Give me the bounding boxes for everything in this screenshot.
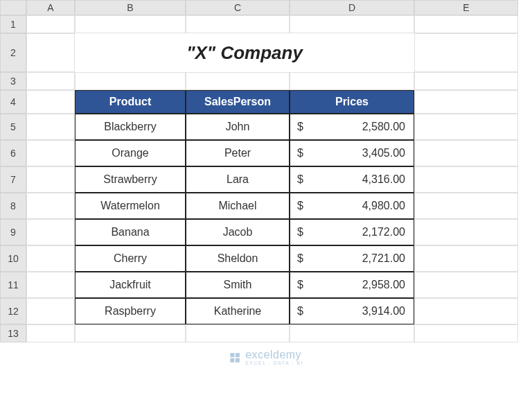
price-cell[interactable]: $2,958.00 [290,272,414,298]
cell[interactable] [26,140,75,166]
row-header-3[interactable]: 3 [0,72,26,90]
cell[interactable] [26,166,75,193]
price-value: 4,316.00 [362,173,405,186]
currency-symbol: $ [297,252,303,265]
spreadsheet-grid: A B C D E 1 2 3 4 5 6 7 8 9 10 11 12 13 … [0,0,532,342]
cell[interactable] [414,245,518,272]
cell[interactable] [26,272,75,298]
product-cell[interactable]: Strawberry [75,166,186,193]
price-value: 3,914.00 [362,305,405,318]
col-header-b[interactable]: B [75,0,186,15]
watermark: exceldemy EXCEL · DATA · BI [229,349,303,365]
currency-symbol: $ [297,147,303,159]
row-header-1[interactable]: 1 [0,15,26,33]
cell[interactable] [290,15,414,33]
price-cell[interactable]: $3,914.00 [290,298,414,324]
cell[interactable] [26,193,75,219]
cell[interactable] [186,15,290,33]
cell[interactable] [414,298,518,324]
header-salesperson[interactable]: SalesPerson [186,90,290,114]
cell[interactable] [26,324,75,342]
cell[interactable] [414,140,518,166]
row-header-7[interactable]: 7 [0,166,26,193]
cell[interactable] [26,114,75,140]
product-cell[interactable]: Watermelon [75,193,186,219]
cell[interactable] [414,219,518,245]
row-header-11[interactable]: 11 [0,272,26,298]
cell[interactable] [290,72,414,90]
row-header-4[interactable]: 4 [0,90,26,114]
cell[interactable] [26,33,75,72]
cell[interactable] [414,72,518,90]
currency-symbol: $ [297,173,303,186]
cell[interactable] [290,324,414,342]
row-header-6[interactable]: 6 [0,140,26,166]
watermark-sub: EXCEL · DATA · BI [245,360,303,365]
salesperson-cell[interactable]: Katherine [186,298,290,324]
watermark-main: exceldemy [245,349,303,360]
cell[interactable] [26,245,75,272]
salesperson-cell[interactable]: Lara [186,166,290,193]
col-header-a[interactable]: A [26,0,75,15]
exceldemy-logo-icon [229,351,241,364]
row-header-8[interactable]: 8 [0,193,26,219]
header-prices[interactable]: Prices [290,90,414,114]
cell[interactable] [26,90,75,114]
cell[interactable] [414,114,518,140]
row-header-13[interactable]: 13 [0,324,26,342]
currency-symbol: $ [297,121,303,133]
cell[interactable] [414,15,518,33]
cell[interactable] [26,72,75,90]
col-header-d[interactable]: D [290,0,414,15]
currency-symbol: $ [297,226,303,238]
cell[interactable] [414,166,518,193]
cell[interactable] [414,90,518,114]
price-value: 3,405.00 [362,147,405,159]
cell[interactable] [26,298,75,324]
select-all-corner[interactable] [0,0,26,15]
cell[interactable] [26,15,75,33]
cell[interactable] [414,272,518,298]
cell[interactable] [414,33,518,72]
price-cell[interactable]: $2,721.00 [290,245,414,272]
product-cell[interactable]: Raspberry [75,298,186,324]
row-header-5[interactable]: 5 [0,114,26,140]
price-value: 2,958.00 [362,279,405,291]
cell[interactable] [26,219,75,245]
product-cell[interactable]: Orange [75,140,186,166]
salesperson-cell[interactable]: Peter [186,140,290,166]
cell[interactable] [186,72,290,90]
header-product[interactable]: Product [75,90,186,114]
price-cell[interactable]: $2,172.00 [290,219,414,245]
col-header-e[interactable]: E [414,0,518,15]
price-cell[interactable]: $3,405.00 [290,140,414,166]
salesperson-cell[interactable]: Jacob [186,219,290,245]
cell[interactable] [414,324,518,342]
price-cell[interactable]: $2,580.00 [290,114,414,140]
salesperson-cell[interactable]: John [186,114,290,140]
currency-symbol: $ [297,279,303,291]
col-header-c[interactable]: C [186,0,290,15]
price-value: 4,980.00 [362,200,405,212]
salesperson-cell[interactable]: Smith [186,272,290,298]
row-header-2[interactable]: 2 [0,33,26,72]
row-header-12[interactable]: 12 [0,298,26,324]
title-cell[interactable]: "X" Company [75,33,414,72]
cell[interactable] [75,15,186,33]
cell[interactable] [75,324,186,342]
product-cell[interactable]: Blackberry [75,114,186,140]
price-cell[interactable]: $4,980.00 [290,193,414,219]
product-cell[interactable]: Cherry [75,245,186,272]
cell[interactable] [186,324,290,342]
currency-symbol: $ [297,305,303,318]
cell[interactable] [414,193,518,219]
row-header-9[interactable]: 9 [0,219,26,245]
salesperson-cell[interactable]: Sheldon [186,245,290,272]
price-cell[interactable]: $4,316.00 [290,166,414,193]
row-header-10[interactable]: 10 [0,245,26,272]
product-cell[interactable]: Banana [75,219,186,245]
price-value: 2,580.00 [362,121,405,133]
salesperson-cell[interactable]: Michael [186,193,290,219]
cell[interactable] [75,72,186,90]
product-cell[interactable]: Jackfruit [75,272,186,298]
